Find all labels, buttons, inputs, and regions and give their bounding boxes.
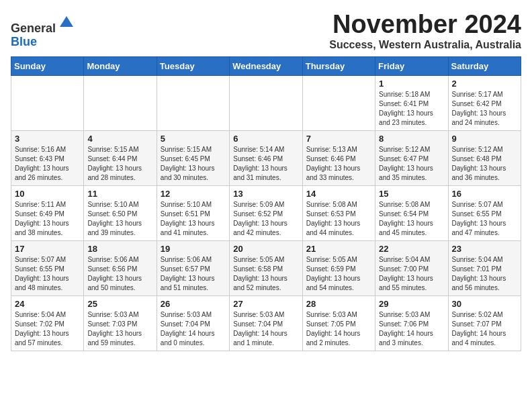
calendar-cell: 28Sunrise: 5:03 AM Sunset: 7:05 PM Dayli… xyxy=(302,295,375,351)
calendar-cell: 2Sunrise: 5:17 AM Sunset: 6:42 PM Daylig… xyxy=(448,75,521,130)
calendar-cell: 10Sunrise: 5:11 AM Sunset: 6:49 PM Dayli… xyxy=(11,185,84,240)
day-number: 16 xyxy=(452,189,517,199)
day-info: Sunrise: 5:17 AM Sunset: 6:42 PM Dayligh… xyxy=(452,90,517,128)
day-number: 22 xyxy=(379,244,444,254)
day-number: 20 xyxy=(233,244,298,254)
calendar-cell: 18Sunrise: 5:06 AM Sunset: 6:56 PM Dayli… xyxy=(84,240,157,295)
day-info: Sunrise: 5:08 AM Sunset: 6:53 PM Dayligh… xyxy=(306,200,371,238)
day-number: 14 xyxy=(306,189,371,199)
calendar-cell: 29Sunrise: 5:03 AM Sunset: 7:06 PM Dayli… xyxy=(375,295,448,351)
day-number: 12 xyxy=(161,189,226,199)
day-info: Sunrise: 5:09 AM Sunset: 6:52 PM Dayligh… xyxy=(233,200,298,238)
logo: General Blue xyxy=(11,13,76,49)
calendar-cell: 1Sunrise: 5:18 AM Sunset: 6:41 PM Daylig… xyxy=(375,75,448,130)
calendar-cell: 22Sunrise: 5:04 AM Sunset: 7:00 PM Dayli… xyxy=(375,240,448,295)
day-info: Sunrise: 5:05 AM Sunset: 6:58 PM Dayligh… xyxy=(233,255,298,293)
day-info: Sunrise: 5:02 AM Sunset: 7:07 PM Dayligh… xyxy=(452,310,517,348)
calendar-cell xyxy=(11,75,84,130)
day-info: Sunrise: 5:16 AM Sunset: 6:43 PM Dayligh… xyxy=(15,145,80,183)
day-info: Sunrise: 5:03 AM Sunset: 7:03 PM Dayligh… xyxy=(87,310,152,348)
calendar-cell: 9Sunrise: 5:12 AM Sunset: 6:48 PM Daylig… xyxy=(448,130,521,185)
calendar-cell: 23Sunrise: 5:04 AM Sunset: 7:01 PM Dayli… xyxy=(448,240,521,295)
calendar-table: SundayMondayTuesdayWednesdayThursdayFrid… xyxy=(11,56,521,351)
calendar-cell: 14Sunrise: 5:08 AM Sunset: 6:53 PM Dayli… xyxy=(302,185,375,240)
day-number: 15 xyxy=(379,189,444,199)
day-info: Sunrise: 5:05 AM Sunset: 6:59 PM Dayligh… xyxy=(306,255,371,293)
day-info: Sunrise: 5:14 AM Sunset: 6:46 PM Dayligh… xyxy=(233,145,298,183)
logo-blue-text: Blue xyxy=(11,35,37,48)
calendar-cell: 6Sunrise: 5:14 AM Sunset: 6:46 PM Daylig… xyxy=(230,130,302,185)
svg-marker-0 xyxy=(60,16,73,27)
calendar-cell: 5Sunrise: 5:15 AM Sunset: 6:45 PM Daylig… xyxy=(157,130,229,185)
calendar-cell: 20Sunrise: 5:05 AM Sunset: 6:58 PM Dayli… xyxy=(230,240,302,295)
day-info: Sunrise: 5:03 AM Sunset: 7:04 PM Dayligh… xyxy=(161,310,226,348)
day-info: Sunrise: 5:04 AM Sunset: 7:01 PM Dayligh… xyxy=(452,255,517,293)
day-number: 25 xyxy=(87,299,152,309)
calendar-cell xyxy=(302,75,375,130)
calendar-cell: 7Sunrise: 5:13 AM Sunset: 6:46 PM Daylig… xyxy=(302,130,375,185)
calendar-cell: 21Sunrise: 5:05 AM Sunset: 6:59 PM Dayli… xyxy=(302,240,375,295)
day-info: Sunrise: 5:11 AM Sunset: 6:49 PM Dayligh… xyxy=(15,200,80,238)
day-number: 28 xyxy=(306,299,371,309)
day-number: 23 xyxy=(452,244,517,254)
logo-icon xyxy=(57,13,76,32)
calendar-week-3: 17Sunrise: 5:07 AM Sunset: 6:55 PM Dayli… xyxy=(11,240,521,295)
day-number: 24 xyxy=(15,299,80,309)
day-info: Sunrise: 5:07 AM Sunset: 6:55 PM Dayligh… xyxy=(452,200,517,238)
day-number: 18 xyxy=(87,244,152,254)
day-number: 21 xyxy=(306,244,371,254)
calendar-cell: 8Sunrise: 5:12 AM Sunset: 6:47 PM Daylig… xyxy=(375,130,448,185)
weekday-header-thursday: Thursday xyxy=(302,56,375,75)
day-number: 30 xyxy=(452,299,517,309)
day-info: Sunrise: 5:10 AM Sunset: 6:51 PM Dayligh… xyxy=(161,200,226,238)
day-info: Sunrise: 5:06 AM Sunset: 6:56 PM Dayligh… xyxy=(87,255,152,293)
day-number: 19 xyxy=(161,244,226,254)
calendar-week-1: 3Sunrise: 5:16 AM Sunset: 6:43 PM Daylig… xyxy=(11,130,521,185)
day-number: 8 xyxy=(379,134,444,144)
title-block: November 2024 Success, Western Australia… xyxy=(329,11,521,51)
day-number: 5 xyxy=(161,134,226,144)
calendar-cell: 11Sunrise: 5:10 AM Sunset: 6:50 PM Dayli… xyxy=(84,185,157,240)
calendar-cell: 16Sunrise: 5:07 AM Sunset: 6:55 PM Dayli… xyxy=(448,185,521,240)
weekday-header-sunday: Sunday xyxy=(11,56,84,75)
logo-general-text: General xyxy=(11,21,56,35)
day-number: 26 xyxy=(161,299,226,309)
day-info: Sunrise: 5:18 AM Sunset: 6:41 PM Dayligh… xyxy=(379,90,444,128)
calendar-cell: 17Sunrise: 5:07 AM Sunset: 6:55 PM Dayli… xyxy=(11,240,84,295)
day-number: 4 xyxy=(87,134,152,144)
day-number: 29 xyxy=(379,299,444,309)
day-number: 6 xyxy=(233,134,298,144)
day-number: 27 xyxy=(233,299,298,309)
calendar-cell: 27Sunrise: 5:03 AM Sunset: 7:04 PM Dayli… xyxy=(230,295,302,351)
weekday-header-row: SundayMondayTuesdayWednesdayThursdayFrid… xyxy=(11,56,521,75)
calendar-cell: 26Sunrise: 5:03 AM Sunset: 7:04 PM Dayli… xyxy=(157,295,229,351)
day-info: Sunrise: 5:06 AM Sunset: 6:57 PM Dayligh… xyxy=(161,255,226,293)
day-info: Sunrise: 5:15 AM Sunset: 6:45 PM Dayligh… xyxy=(161,145,226,183)
page-header: General Blue November 2024 Success, West… xyxy=(11,11,521,51)
day-number: 13 xyxy=(233,189,298,199)
day-number: 7 xyxy=(306,134,371,144)
location-title: Success, Western Australia, Australia xyxy=(329,39,521,51)
calendar-cell xyxy=(157,75,229,130)
day-info: Sunrise: 5:08 AM Sunset: 6:54 PM Dayligh… xyxy=(379,200,444,238)
calendar-cell: 24Sunrise: 5:04 AM Sunset: 7:02 PM Dayli… xyxy=(11,295,84,351)
weekday-header-monday: Monday xyxy=(84,56,157,75)
weekday-header-tuesday: Tuesday xyxy=(157,56,229,75)
day-number: 17 xyxy=(15,244,80,254)
day-info: Sunrise: 5:04 AM Sunset: 7:02 PM Dayligh… xyxy=(15,310,80,348)
calendar-cell: 13Sunrise: 5:09 AM Sunset: 6:52 PM Dayli… xyxy=(230,185,302,240)
day-info: Sunrise: 5:12 AM Sunset: 6:47 PM Dayligh… xyxy=(379,145,444,183)
day-info: Sunrise: 5:03 AM Sunset: 7:04 PM Dayligh… xyxy=(233,310,298,348)
calendar-week-2: 10Sunrise: 5:11 AM Sunset: 6:49 PM Dayli… xyxy=(11,185,521,240)
day-info: Sunrise: 5:04 AM Sunset: 7:00 PM Dayligh… xyxy=(379,255,444,293)
day-info: Sunrise: 5:07 AM Sunset: 6:55 PM Dayligh… xyxy=(15,255,80,293)
calendar-week-0: 1Sunrise: 5:18 AM Sunset: 6:41 PM Daylig… xyxy=(11,75,521,130)
calendar-week-4: 24Sunrise: 5:04 AM Sunset: 7:02 PM Dayli… xyxy=(11,295,521,351)
day-number: 10 xyxy=(15,189,80,199)
month-title: November 2024 xyxy=(329,11,521,39)
calendar-cell: 12Sunrise: 5:10 AM Sunset: 6:51 PM Dayli… xyxy=(157,185,229,240)
day-number: 3 xyxy=(15,134,80,144)
weekday-header-wednesday: Wednesday xyxy=(230,56,302,75)
calendar-cell: 15Sunrise: 5:08 AM Sunset: 6:54 PM Dayli… xyxy=(375,185,448,240)
weekday-header-saturday: Saturday xyxy=(448,56,521,75)
